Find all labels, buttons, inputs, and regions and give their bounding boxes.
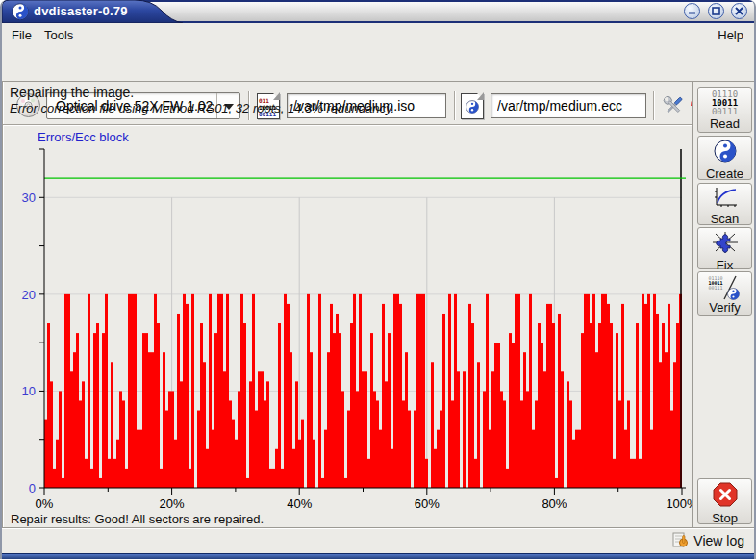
svg-text:60%: 60% <box>415 496 440 511</box>
create-button[interactable]: Create <box>697 136 752 180</box>
close-button[interactable] <box>731 3 747 19</box>
window-frame-bottom <box>2 553 754 559</box>
app-logo-icon <box>12 3 29 20</box>
svg-text:20%: 20% <box>160 496 185 511</box>
svg-text:80%: 80% <box>542 496 567 511</box>
svg-text:40%: 40% <box>287 496 312 511</box>
minimize-icon <box>688 7 696 15</box>
view-log-icon <box>671 531 691 550</box>
errors-chart: 01020300%20%40%60%80%100% <box>3 126 715 511</box>
read-icon: 01110 10011 00111 <box>698 90 751 116</box>
main-content: Repairing the image. Error correction fi… <box>2 82 692 527</box>
menu-file[interactable]: File <box>6 27 38 43</box>
svg-text:10: 10 <box>22 384 36 398</box>
stop-octagon-icon <box>713 482 738 507</box>
view-log-button[interactable]: View log <box>671 531 744 550</box>
stop-button[interactable]: Stop <box>697 478 752 524</box>
read-button[interactable]: 01110 10011 00111 Read <box>697 87 752 133</box>
status-subtext: Error correction file using Method RS01,… <box>10 101 394 115</box>
minimize-button[interactable] <box>684 3 700 19</box>
svg-text:20: 20 <box>22 288 36 302</box>
maximize-button[interactable] <box>708 3 724 19</box>
title-tab: dvdisaster-0.79 <box>2 0 183 23</box>
scan-button[interactable]: Scan <box>697 183 752 225</box>
menu-tools[interactable]: Tools <box>38 27 79 43</box>
app-window: dvdisaster-0.79 File Tools Help <box>0 0 756 559</box>
footer-bar: View log <box>2 527 754 553</box>
toolbar: Optical drive 52X FW 1.02 011 10011 0011… <box>2 43 754 82</box>
svg-text:0: 0 <box>29 481 36 495</box>
view-log-label: View log <box>693 533 744 548</box>
svg-text:0%: 0% <box>36 496 54 511</box>
status-block: Repairing the image. Error correction fi… <box>10 85 394 115</box>
fix-button[interactable]: Fix <box>697 227 752 269</box>
verify-icon: 01110 10011 00111 <box>709 275 742 300</box>
yinyang-icon <box>714 140 737 163</box>
scan-curve-icon <box>712 187 739 208</box>
maximize-icon <box>712 7 720 15</box>
verify-button[interactable]: 01110 10011 00111 Verify <box>697 271 752 316</box>
status-heading: Repairing the image. <box>10 85 394 100</box>
puzzle-icon <box>712 231 739 254</box>
title-bar[interactable]: dvdisaster-0.79 <box>2 0 754 23</box>
repair-results-text: Repair results: Good! All sectors are re… <box>11 512 264 526</box>
menu-help[interactable]: Help <box>712 27 749 43</box>
close-icon <box>735 7 743 15</box>
menu-bar: File Tools Help <box>2 25 754 43</box>
svg-text:30: 30 <box>22 191 36 205</box>
window-title: dvdisaster-0.79 <box>34 4 128 18</box>
yinyang-icon <box>727 288 740 300</box>
action-sidebar: 01110 10011 00111 Read Create Scan <box>692 82 756 527</box>
